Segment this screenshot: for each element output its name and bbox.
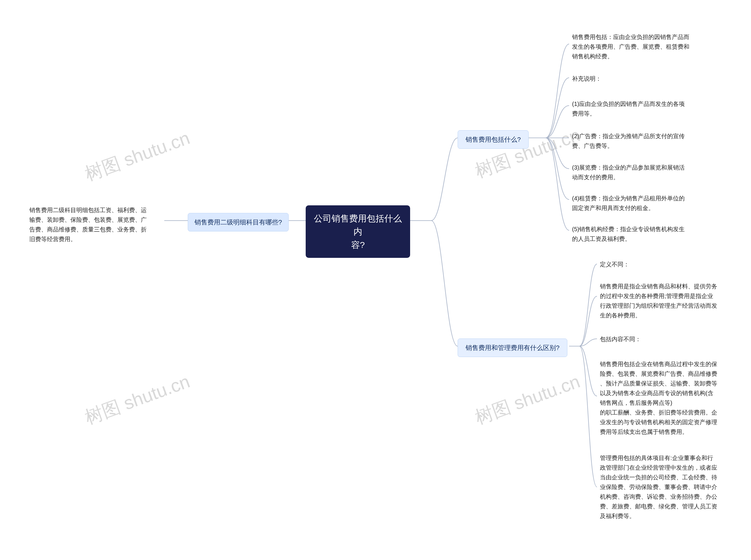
leaf-r1-5: (4)租赁费：指企业为销售产品租用外单位的固定资产和用具而支付的租金。 xyxy=(572,194,701,213)
watermark: 树图 shutu.cn xyxy=(81,369,193,430)
leaf-r1-3: (2)广告费：指企业为推销产品所支付的宣传费、广告费等。 xyxy=(572,132,701,151)
leaf-r2-0: 定义不同： xyxy=(600,260,726,269)
branch-what-includes[interactable]: 销售费用包括什么? xyxy=(458,130,529,149)
watermark: 树图 shutu.cn xyxy=(81,125,193,186)
branch-vs-mgmt-cost[interactable]: 销售费用和管理费用有什么区别? xyxy=(458,339,567,357)
leaf-r1-0: 销售费用包括：应由企业负担的因销售产品而发生的各项费用、广告费、展览费、租赁费和… xyxy=(572,32,701,61)
root-node[interactable]: 公司销售费用包括什么内容? xyxy=(306,205,410,258)
leaf-r1-1: 补充说明： xyxy=(572,74,701,84)
watermark: 树图 shutu.cn xyxy=(471,369,584,430)
leaf-sub-accounts-detail: 销售费用二级科目明细包括工资、福利费、运输费、装卸费、保险费、包装费、展览费、广… xyxy=(29,205,164,244)
leaf-r1-6: (5)销售机构经费：指企业专设销售机构发生的人员工资及福利费。 xyxy=(572,224,701,244)
leaf-r2-1: 销售费用是指企业销售商品和材料、提供劳务的过程中发生的各种费用;管理费用是指企业… xyxy=(600,282,726,320)
leaf-r2-3: 销售费用包括企业在销售商品过程中发生的保险费、包装费、展览费和广告费、商品维修费… xyxy=(600,359,726,437)
leaf-r2-4: 管理费用包括的具体项目有:企业董事会和行政管理部门在企业经营管理中发生的，或者应… xyxy=(600,453,726,521)
leaf-r1-4: (3)展览费：指企业的产品参加展览和展销活动而支付的费用。 xyxy=(572,163,701,182)
branch-sub-accounts[interactable]: 销售费用二级明细科目有哪些? xyxy=(188,213,289,232)
leaf-r1-2: (1)应由企业负担的因销售产品而发生的各项费用等。 xyxy=(572,99,701,119)
leaf-r2-2: 包括内容不同： xyxy=(600,335,726,344)
